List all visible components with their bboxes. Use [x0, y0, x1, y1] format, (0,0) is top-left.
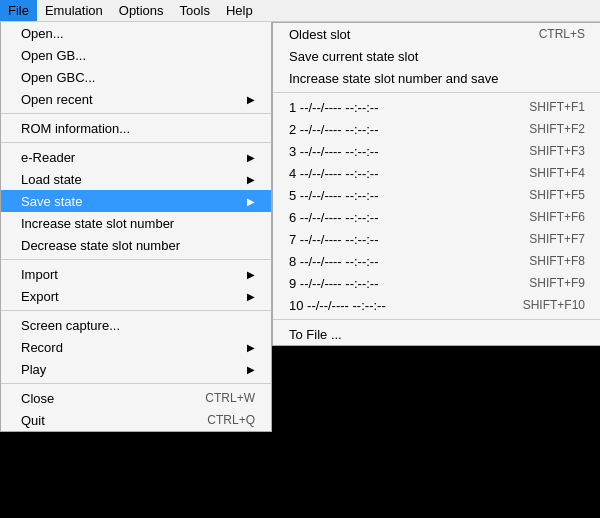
menu-item-save-state[interactable]: Save state ▶: [1, 190, 271, 212]
menubar-file[interactable]: File: [0, 0, 37, 21]
submenu-item-to-file[interactable]: To File ...: [273, 323, 600, 345]
menu-item-screen-capture[interactable]: Screen capture...: [1, 314, 271, 336]
menubar-tools[interactable]: Tools: [172, 0, 218, 21]
submenu-item-oldest-slot[interactable]: Oldest slot CTRL+S: [273, 23, 600, 45]
menu-item-record[interactable]: Record ▶: [1, 336, 271, 358]
menu-item-rom-info[interactable]: ROM information...: [1, 117, 271, 139]
menu-item-close[interactable]: Close CTRL+W: [1, 387, 271, 409]
arrow-icon: ▶: [247, 291, 255, 302]
separator-5: [1, 383, 271, 384]
arrow-icon: ▶: [247, 269, 255, 280]
submenu-item-slot-1[interactable]: 1 --/--/---- --:--:-- SHIFT+F1: [273, 96, 600, 118]
submenu-item-slot-5[interactable]: 5 --/--/---- --:--:-- SHIFT+F5: [273, 184, 600, 206]
save-state-submenu: Oldest slot CTRL+S Save current state sl…: [272, 22, 600, 346]
bottom-right-black: [272, 448, 600, 518]
submenu-item-slot-4[interactable]: 4 --/--/---- --:--:-- SHIFT+F4: [273, 162, 600, 184]
menu-item-open-gbc[interactable]: Open GBC...: [1, 66, 271, 88]
menu-item-play[interactable]: Play ▶: [1, 358, 271, 380]
shortcut-f9: SHIFT+F9: [529, 276, 585, 290]
submenu-separator-2: [273, 319, 600, 320]
shortcut-f10: SHIFT+F10: [523, 298, 585, 312]
separator-1: [1, 113, 271, 114]
submenu-separator-1: [273, 92, 600, 93]
file-menu: Open... Open GB... Open GBC... Open rece…: [0, 22, 272, 432]
submenu-item-slot-8[interactable]: 8 --/--/---- --:--:-- SHIFT+F8: [273, 250, 600, 272]
shortcut-f3: SHIFT+F3: [529, 144, 585, 158]
menubar-help[interactable]: Help: [218, 0, 261, 21]
shortcut-f8: SHIFT+F8: [529, 254, 585, 268]
shortcut-f2: SHIFT+F2: [529, 122, 585, 136]
menu-item-export[interactable]: Export ▶: [1, 285, 271, 307]
shortcut-f1: SHIFT+F1: [529, 100, 585, 114]
shortcut-oldest: CTRL+S: [539, 27, 585, 41]
shortcut-quit: CTRL+Q: [207, 413, 255, 427]
submenu-item-slot-2[interactable]: 2 --/--/---- --:--:-- SHIFT+F2: [273, 118, 600, 140]
submenu-item-increase-and-save[interactable]: Increase state slot number and save: [273, 67, 600, 89]
submenu-item-slot-10[interactable]: 10 --/--/---- --:--:-- SHIFT+F10: [273, 294, 600, 316]
menu-item-decrease-slot[interactable]: Decrease state slot number: [1, 234, 271, 256]
arrow-icon: ▶: [247, 152, 255, 163]
menu-item-ereader[interactable]: e-Reader ▶: [1, 146, 271, 168]
arrow-icon: ▶: [247, 196, 255, 207]
menubar-emulation[interactable]: Emulation: [37, 0, 111, 21]
arrow-icon: ▶: [247, 94, 255, 105]
submenu-item-slot-7[interactable]: 7 --/--/---- --:--:-- SHIFT+F7: [273, 228, 600, 250]
menu-item-load-state[interactable]: Load state ▶: [1, 168, 271, 190]
menu-item-open[interactable]: Open...: [1, 22, 271, 44]
bottom-left-black: [0, 448, 272, 518]
shortcut-f7: SHIFT+F7: [529, 232, 585, 246]
shortcut-f5: SHIFT+F5: [529, 188, 585, 202]
menubar: File Emulation Options Tools Help: [0, 0, 600, 22]
menu-item-increase-slot[interactable]: Increase state slot number: [1, 212, 271, 234]
arrow-icon: ▶: [247, 342, 255, 353]
submenu-item-save-current[interactable]: Save current state slot: [273, 45, 600, 67]
menu-item-quit[interactable]: Quit CTRL+Q: [1, 409, 271, 431]
menu-item-import[interactable]: Import ▶: [1, 263, 271, 285]
separator-3: [1, 259, 271, 260]
menu-item-open-gb[interactable]: Open GB...: [1, 44, 271, 66]
shortcut-f6: SHIFT+F6: [529, 210, 585, 224]
shortcut-close: CTRL+W: [205, 391, 255, 405]
submenu-item-slot-3[interactable]: 3 --/--/---- --:--:-- SHIFT+F3: [273, 140, 600, 162]
separator-4: [1, 310, 271, 311]
shortcut-f4: SHIFT+F4: [529, 166, 585, 180]
arrow-icon: ▶: [247, 364, 255, 375]
separator-2: [1, 142, 271, 143]
arrow-icon: ▶: [247, 174, 255, 185]
menu-item-open-recent[interactable]: Open recent ▶: [1, 88, 271, 110]
menubar-options[interactable]: Options: [111, 0, 172, 21]
submenu-item-slot-6[interactable]: 6 --/--/---- --:--:-- SHIFT+F6: [273, 206, 600, 228]
submenu-item-slot-9[interactable]: 9 --/--/---- --:--:-- SHIFT+F9: [273, 272, 600, 294]
